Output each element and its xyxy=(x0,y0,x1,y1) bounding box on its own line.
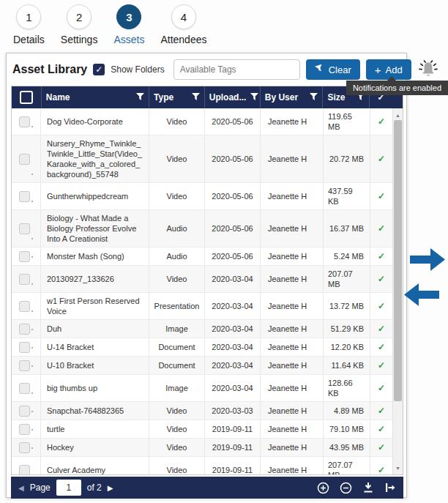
next-page-icon[interactable]: ▶ xyxy=(108,484,113,492)
table-scrollbar[interactable]: ▲ ▼ xyxy=(392,108,403,474)
row-checkbox[interactable] xyxy=(19,424,30,435)
table-row[interactable]: 20130927_133626 Video 2020-03-04 Jeanett… xyxy=(12,266,392,293)
asset-size: 4.89 MB xyxy=(324,402,370,420)
table-row[interactable]: big thumbs up Image 2020-03-04 Jeanette … xyxy=(12,375,392,402)
row-checkbox[interactable] xyxy=(19,251,30,262)
row-checkbox[interactable] xyxy=(19,406,30,417)
table-row[interactable]: Dog Video-Corporate Video 2020-05-06 Jea… xyxy=(12,108,392,135)
row-checkbox[interactable] xyxy=(19,223,30,234)
row-handle-dot xyxy=(31,365,33,367)
arrow-right-icon[interactable] xyxy=(408,246,447,276)
asset-name[interactable]: Duh xyxy=(41,320,149,338)
row-handle-dot xyxy=(31,256,33,258)
table-row[interactable]: U-10 Bracket Document 2020-03-04 Jeanett… xyxy=(12,357,392,375)
asset-name[interactable]: Guntherwhippedcream xyxy=(41,183,149,209)
select-all-checkbox[interactable] xyxy=(20,91,33,104)
table-row[interactable]: Guntherwhippedcream Video 2020-05-06 Jea… xyxy=(12,183,392,210)
step-details[interactable]: 1 Details xyxy=(13,4,45,45)
row-checkbox[interactable] xyxy=(19,442,30,453)
asset-name[interactable]: Monster Mash (Song) xyxy=(41,247,149,265)
step-attendees[interactable]: 4 Attendees xyxy=(160,4,206,45)
table-row[interactable]: U-14 Bracket Document 2020-03-04 Jeanett… xyxy=(12,338,392,357)
zoom-out-icon[interactable] xyxy=(340,482,352,494)
asset-name[interactable]: Biology - What Made a Biology Professor … xyxy=(41,210,149,247)
asset-type: Video xyxy=(149,266,205,292)
download-icon[interactable] xyxy=(362,482,374,493)
row-checkbox[interactable] xyxy=(19,465,30,475)
table-row[interactable]: Snapchat-764882365 Video 2020-03-03 Jean… xyxy=(12,402,392,420)
clear-filters-button[interactable]: Clear xyxy=(306,59,360,80)
row-checkbox[interactable] xyxy=(19,301,30,312)
asset-upload-date: 2019-09-11 xyxy=(205,457,261,474)
asset-name[interactable]: turtle xyxy=(41,420,149,438)
scrollbar-thumb[interactable] xyxy=(394,120,402,401)
table-row[interactable]: Biology - What Made a Biology Professor … xyxy=(12,210,392,247)
arrow-left-icon[interactable] xyxy=(403,281,447,311)
asset-name[interactable]: U-14 Bracket xyxy=(41,338,149,356)
column-header-uploaded[interactable]: Upload... xyxy=(204,86,260,108)
asset-upload-date: 2020-05-06 xyxy=(205,108,261,135)
asset-name[interactable]: Hockey xyxy=(41,439,149,456)
asset-by-user: Jeanette H xyxy=(261,108,324,135)
row-select-cell xyxy=(12,108,41,135)
asset-type: Image xyxy=(149,375,205,401)
asset-name[interactable]: Snapchat-764882365 xyxy=(41,402,149,420)
column-header-name[interactable]: Name xyxy=(41,86,149,108)
row-checkbox[interactable] xyxy=(19,116,30,127)
column-header-by-user[interactable]: By User xyxy=(260,86,323,108)
available-tags-input[interactable] xyxy=(173,59,300,80)
filter-icon[interactable] xyxy=(310,92,318,103)
table-row[interactable]: Monster Mash (Song) Audio 2020-05-06 Jea… xyxy=(12,247,392,266)
asset-name[interactable]: w1 First Person Reserved Voice xyxy=(41,293,149,319)
filter-icon[interactable] xyxy=(136,92,144,103)
table-row[interactable]: w1 First Person Reserved Voice Presentat… xyxy=(12,293,392,320)
step-number[interactable]: 2 xyxy=(67,4,92,29)
row-checkbox[interactable] xyxy=(19,191,30,202)
row-handle-dot xyxy=(31,238,33,239)
scroll-up-icon[interactable]: ▲ xyxy=(393,110,403,120)
step-wizard: 1 Details 2 Settings 3 Assets 4 Attendee… xyxy=(13,4,206,45)
row-checkbox[interactable] xyxy=(19,154,30,165)
table-row[interactable]: turtle Video 2019-09-11 Jeanette H 79.10… xyxy=(12,420,392,439)
notifications-bell-icon[interactable] xyxy=(417,58,439,81)
row-checkbox[interactable] xyxy=(19,274,30,285)
zoom-in-icon[interactable] xyxy=(317,482,329,494)
export-icon[interactable] xyxy=(384,482,396,493)
row-select-cell xyxy=(12,375,41,401)
asset-size: 11.64 KB xyxy=(324,357,370,374)
row-checkbox[interactable] xyxy=(19,360,30,371)
table-row[interactable]: Hockey Video 2019-09-11 Jeanette H 43.95… xyxy=(12,439,392,457)
filter-icon[interactable] xyxy=(192,92,200,103)
row-checkbox[interactable] xyxy=(19,383,30,394)
step-settings[interactable]: 2 Settings xyxy=(61,4,98,45)
notifications-tooltip: Notifications are enabled xyxy=(346,81,448,95)
select-all-cell xyxy=(12,86,41,108)
asset-size: 119.65 MB xyxy=(324,108,370,135)
asset-name[interactable]: big thumbs up xyxy=(41,375,149,401)
asset-library-panel: Asset Library ✓ Show Folders Clear + Add xyxy=(6,53,407,498)
asset-name[interactable]: Nursery_Rhyme_Twinkle_Twinkle_Little_Sta… xyxy=(41,135,149,182)
step-number[interactable]: 4 xyxy=(171,4,196,29)
show-folders-checkbox[interactable]: ✓ xyxy=(93,64,105,75)
table-row[interactable]: Duh Image 2020-03-04 Jeanette H 51.29 KB… xyxy=(12,320,392,338)
asset-enabled-check-icon: ✓ xyxy=(370,183,392,209)
table-row[interactable]: Nursery_Rhyme_Twinkle_Twinkle_Little_Sta… xyxy=(12,135,392,183)
asset-name[interactable]: 20130927_133626 xyxy=(41,266,149,292)
step-number[interactable]: 3 xyxy=(116,4,141,29)
row-checkbox[interactable] xyxy=(19,324,30,335)
step-assets-active[interactable]: 3 Assets xyxy=(113,4,144,45)
asset-name[interactable]: U-10 Bracket xyxy=(41,357,149,374)
add-button-label: Add xyxy=(385,64,402,75)
prev-page-icon[interactable]: ◀ xyxy=(18,484,24,492)
step-number[interactable]: 1 xyxy=(16,4,41,29)
asset-name[interactable]: Culver Academy xyxy=(41,457,149,474)
column-header-type[interactable]: Type xyxy=(149,86,204,108)
asset-name[interactable]: Dog Video-Corporate xyxy=(41,108,149,135)
filter-clear-icon xyxy=(315,64,324,75)
row-checkbox[interactable] xyxy=(19,342,30,353)
page-number-input[interactable] xyxy=(56,480,81,496)
asset-upload-date: 2019-09-11 xyxy=(205,439,261,456)
filter-icon[interactable] xyxy=(250,92,258,103)
table-row[interactable]: Culver Academy Video 2019-09-11 Jeanette… xyxy=(12,457,392,474)
scroll-down-icon[interactable]: ▼ xyxy=(393,463,403,473)
